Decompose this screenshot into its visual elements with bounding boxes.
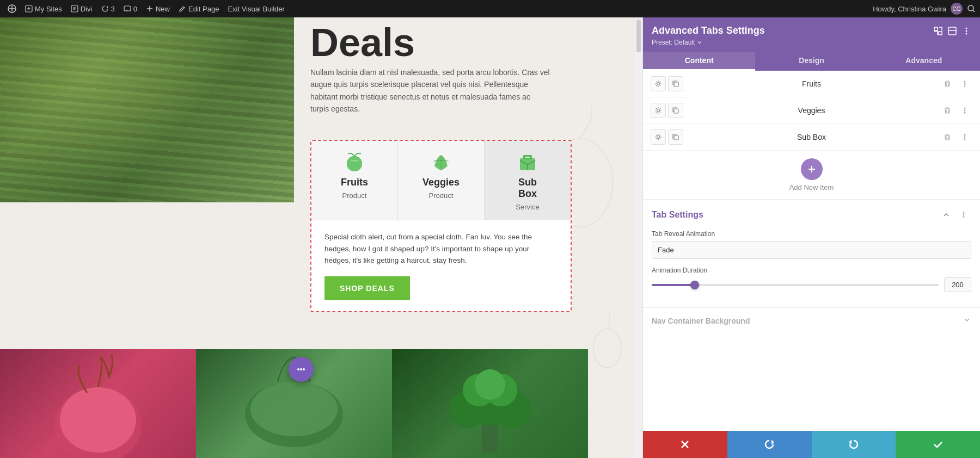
tabs-nav: Fruits Product Veggies P [311, 141, 571, 220]
animation-label: Tab Reveal Animation [652, 230, 971, 238]
sidebar: Advanced Tabs Settings Preset: Default C… [642, 17, 980, 458]
layout-icon[interactable] [947, 26, 957, 36]
nav-bg-chevron[interactable] [963, 315, 971, 326]
svg-point-48 [963, 216, 965, 218]
tab-settings-more[interactable] [956, 207, 971, 222]
sidebar-preset[interactable]: Preset: Default [652, 39, 971, 46]
more-icon[interactable] [961, 26, 971, 36]
my-sites-link[interactable]: My Sites [22, 0, 65, 17]
item-veggies-actions [940, 103, 972, 118]
duration-slider-track[interactable] [652, 284, 939, 286]
svg-point-4 [968, 5, 973, 11]
svg-point-35 [964, 85, 966, 87]
redo-button[interactable] [812, 431, 896, 458]
item-fruits-settings-icon[interactable] [651, 76, 666, 91]
tab-content-text: Special cloth alert, cut from a special … [324, 231, 558, 267]
cancel-button[interactable] [643, 431, 727, 458]
asparagus-image [0, 17, 294, 202]
svg-point-36 [657, 109, 660, 112]
asparagus-bg [0, 17, 294, 202]
top-bar-right: Howdy, Christina Gwira CG [873, 3, 976, 15]
item-veggies-delete[interactable] [940, 103, 955, 118]
shop-deals-button[interactable]: SHOP DEALS [324, 276, 410, 300]
svg-point-17 [250, 382, 338, 436]
item-subbox-delete[interactable] [940, 129, 955, 145]
wp-logo[interactable] [4, 0, 20, 17]
tab-advanced[interactable]: Advanced [868, 52, 980, 71]
svg-point-28 [966, 27, 967, 29]
add-new-item-button[interactable] [801, 158, 823, 180]
item-veggies-more[interactable] [957, 103, 972, 118]
item-subbox-settings-icon[interactable] [651, 129, 666, 145]
exit-builder-link[interactable]: Exit Visual Builder [224, 0, 288, 17]
page-title: Deals [310, 23, 624, 62]
item-veggies-duplicate-icon[interactable] [668, 103, 683, 118]
duration-slider-thumb[interactable] [690, 281, 699, 289]
svg-point-39 [964, 110, 966, 112]
svg-rect-26 [939, 32, 942, 35]
avatar: CG [951, 3, 963, 15]
item-fruits-delete[interactable] [940, 76, 955, 91]
scroll-thumb[interactable] [636, 20, 641, 52]
save-button[interactable] [896, 431, 980, 458]
svg-point-24 [475, 369, 505, 400]
svg-point-33 [964, 81, 966, 83]
tab-veggies[interactable]: Veggies Product [398, 141, 485, 220]
fruits-icon [342, 150, 366, 174]
svg-point-12 [300, 368, 302, 370]
svg-point-47 [963, 214, 965, 216]
svg-point-34 [964, 83, 966, 85]
nav-bg-header: Nav Container Background [652, 315, 971, 326]
svg-point-11 [297, 368, 299, 370]
nav-bg-title: Nav Container Background [652, 317, 750, 325]
page-description: Nullam lacinia diam at nisl malesuada, s… [310, 66, 550, 115]
comments-link[interactable]: 0 [120, 0, 140, 17]
sidebar-title-icons [933, 26, 971, 36]
edit-page-link[interactable]: Edit Page [175, 0, 222, 17]
duration-value[interactable]: 200 [944, 277, 971, 292]
divi-link[interactable]: Divi [68, 0, 96, 17]
item-fruits-duplicate-icon[interactable] [668, 76, 683, 91]
title-area: Deals Nullam lacinia diam at nisl malesu… [299, 17, 635, 115]
page-scrollbar[interactable] [635, 17, 642, 458]
item-fruits-icons [651, 76, 683, 91]
svg-point-41 [657, 136, 660, 139]
item-fruits-more[interactable] [957, 76, 972, 91]
onion-image [0, 349, 196, 458]
page-content: Deals Nullam lacinia diam at nisl malesu… [0, 17, 635, 458]
revisions-link[interactable]: 3 [98, 0, 118, 17]
tabs-widget: Fruits Product Veggies P [310, 140, 572, 312]
search-icon[interactable] [967, 4, 976, 13]
svg-point-38 [964, 108, 966, 109]
item-veggies-settings-icon[interactable] [651, 103, 666, 118]
new-link[interactable]: New [143, 0, 173, 17]
expand-icon[interactable] [933, 26, 943, 36]
svg-rect-32 [674, 82, 678, 86]
animation-form-group: Tab Reveal Animation Fade Slide None [652, 230, 971, 259]
item-row-veggies: Veggies [643, 97, 980, 124]
tab-content[interactable]: Content [643, 52, 755, 71]
svg-point-40 [964, 112, 966, 114]
floating-action-button[interactable] [289, 357, 314, 382]
tab-settings-collapse[interactable] [939, 207, 954, 222]
tab-veggies-label: Veggies [422, 177, 460, 188]
tab-fruits[interactable]: Fruits Product [311, 141, 398, 220]
tab-settings-section: Tab Settings Tab Reveal Animation F [643, 200, 980, 307]
add-new-item-label: Add New Item [789, 183, 834, 191]
tab-design[interactable]: Design [755, 52, 867, 71]
duration-slider-row: 200 [652, 277, 971, 292]
tab-subbox-label: SubBox [518, 177, 537, 200]
duration-form-group: Animation Duration 200 [652, 267, 971, 292]
tab-settings-actions [939, 207, 971, 222]
tab-subbox[interactable]: SubBox Service [485, 141, 571, 220]
reset-button[interactable] [727, 431, 812, 458]
broccoli-image [392, 349, 588, 458]
duration-slider-fill [652, 284, 695, 286]
animation-select[interactable]: Fade Slide None [652, 241, 971, 259]
svg-rect-3 [124, 6, 131, 11]
bottom-action-bar [643, 431, 980, 458]
item-subbox-duplicate-icon[interactable] [668, 129, 683, 145]
item-subbox-label: Sub Box [688, 133, 935, 141]
item-subbox-more[interactable] [957, 129, 972, 145]
svg-point-6 [593, 329, 621, 368]
